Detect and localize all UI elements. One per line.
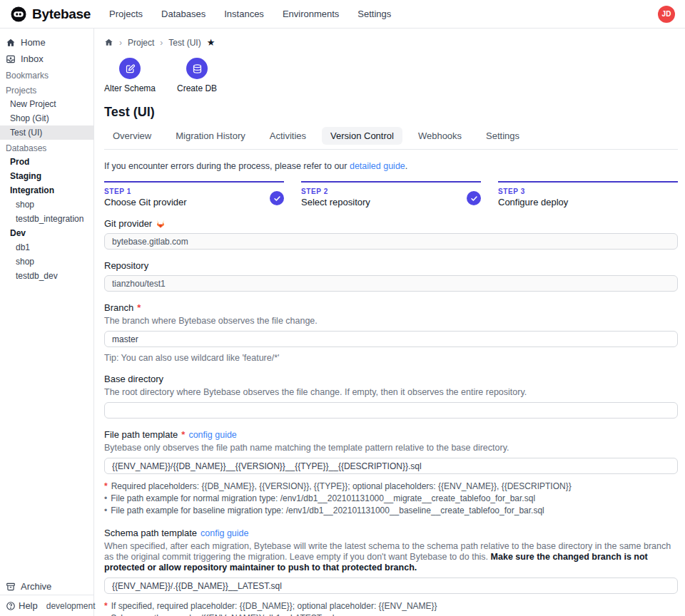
schema-path-template-desc: When specified, after each migration, By… (104, 541, 678, 573)
step-title: Select repository (301, 197, 481, 207)
sidebar-item-db1[interactable]: db1 (0, 240, 93, 255)
detailed-guide-link[interactable]: detailed guide (350, 161, 405, 171)
step-title: Configure deploy (498, 197, 678, 207)
intro-text: If you encounter errors during the proce… (104, 161, 347, 171)
file-path-template-input[interactable] (104, 458, 678, 474)
alter-schema-label: Alter Schema (104, 83, 156, 93)
branch-input[interactable] (104, 331, 678, 347)
sidebar-item-home[interactable]: Home (0, 34, 93, 51)
breadcrumb-current: Test (UI) (168, 38, 201, 48)
note-line: •File path example for normal migration … (104, 493, 678, 505)
top-navbar: Bytebase ProjectsDatabasesInstancesEnvir… (0, 0, 685, 29)
main-content: › Project › Test (UI) ★ Alter Schema Cre… (94, 29, 685, 616)
tab-overview[interactable]: Overview (104, 127, 160, 145)
sidebar-list: HomeInboxBookmarksProjectsNew ProjectSho… (0, 34, 93, 578)
help-icon[interactable] (6, 601, 16, 611)
sidebar-item-staging[interactable]: Staging (0, 169, 93, 183)
intro-suffix: . (405, 161, 407, 171)
base-directory-field: Base directory The root directory where … (104, 374, 678, 419)
step-title: Choose Git provider (104, 197, 284, 207)
create-db-label: Create DB (177, 83, 217, 93)
tab-activities[interactable]: Activities (261, 127, 315, 145)
user-avatar[interactable]: JD (658, 6, 675, 23)
breadcrumb-project[interactable]: Project (128, 38, 154, 48)
favorite-star-icon[interactable]: ★ (207, 37, 215, 48)
quick-actions: Alter Schema Create DB (104, 58, 678, 93)
branch-tip: Tip: You can also use wildcard like 'fea… (104, 353, 678, 363)
sidebar-item-test-ui[interactable]: Test (UI) (0, 125, 93, 140)
sidebar-item-label: Home (21, 37, 46, 48)
file-path-config-guide-link[interactable]: config guide (188, 430, 236, 440)
step-indicator: STEP 1Choose Git providerSTEP 2Select re… (104, 181, 678, 207)
note-text: File path example for baseline migration… (111, 505, 544, 517)
step-done-check-icon (270, 191, 284, 205)
step-number-label: STEP 2 (301, 188, 481, 195)
tab-settings[interactable]: Settings (477, 127, 528, 145)
note-text: Required placeholders: {{DB_NAME}}, {{VE… (111, 481, 572, 493)
note-line: •Schema path example: /{{ENV_NAME}}/.db1… (104, 612, 678, 616)
sidebar-item-prod[interactable]: Prod (0, 155, 93, 169)
nav-link-databases[interactable]: Databases (161, 9, 206, 19)
git-provider-field: Git provider (104, 218, 678, 250)
sidebar-item-new-project[interactable]: New Project (0, 97, 93, 111)
step-2: STEP 2Select repository (301, 181, 481, 207)
sidebar-item-shop[interactable]: shop (0, 197, 93, 212)
alter-schema-button[interactable]: Alter Schema (104, 58, 156, 93)
note-line: •File path example for baseline migratio… (104, 505, 678, 517)
note-text: If specified, required placeholder: {{DB… (111, 600, 437, 612)
bullet: • (104, 612, 107, 616)
tab-bar: OverviewMigration HistoryActivitiesVersi… (104, 127, 678, 150)
note-line: *If specified, required placeholder: {{D… (104, 600, 678, 612)
tab-webhooks[interactable]: Webhooks (410, 127, 470, 145)
nav-link-environments[interactable]: Environments (283, 9, 339, 19)
sidebar-item-inbox[interactable]: Inbox (0, 51, 93, 67)
git-provider-input[interactable] (104, 233, 678, 250)
required-asterisk: * (104, 481, 108, 493)
sidebar-item-testdb-dev[interactable]: testdb_dev (0, 269, 93, 283)
tab-version-control[interactable]: Version Control (322, 127, 402, 145)
sidebar-item-integration[interactable]: Integration (0, 183, 93, 197)
required-asterisk: * (137, 302, 141, 313)
sidebar-item-archive[interactable]: Archive (0, 578, 93, 595)
nav-link-instances[interactable]: Instances (224, 9, 264, 19)
schema-path-template-field: Schema path template config guide When s… (104, 528, 678, 616)
file-path-notes: *Required placeholders: {{DB_NAME}}, {{V… (104, 481, 678, 517)
required-asterisk: * (181, 429, 185, 440)
sidebar-item-shop[interactable]: shop (0, 255, 93, 269)
base-directory-input[interactable] (104, 402, 678, 419)
nav-link-settings[interactable]: Settings (357, 9, 391, 19)
sidebar-item-shop-git[interactable]: Shop (Git) (0, 111, 93, 125)
brand-name: Bytebase (32, 6, 91, 22)
schema-path-config-guide-link[interactable]: config guide (201, 528, 248, 538)
bytebase-logo-icon (10, 6, 27, 23)
required-asterisk: * (104, 600, 108, 612)
database-icon (186, 58, 208, 79)
create-db-button[interactable]: Create DB (177, 58, 217, 93)
repository-input[interactable] (104, 275, 678, 292)
edit-schema-icon (119, 58, 141, 79)
step-number-label: STEP 1 (104, 188, 284, 195)
brand[interactable]: Bytebase (10, 6, 91, 23)
base-directory-label: Base directory (104, 374, 163, 384)
inbox-icon (6, 54, 16, 64)
gitlab-icon (156, 219, 166, 229)
repository-field: Repository (104, 260, 678, 292)
sidebar-item-label: Inbox (21, 53, 44, 64)
schema-path-template-input[interactable] (104, 578, 678, 594)
archive-label: Archive (21, 581, 51, 592)
home-icon (6, 38, 16, 48)
note-line: *Required placeholders: {{DB_NAME}}, {{V… (104, 481, 678, 493)
tab-migration-history[interactable]: Migration History (167, 127, 254, 145)
nav-link-projects[interactable]: Projects (109, 9, 143, 19)
file-path-template-desc: Bytebase only observes the file path nam… (104, 443, 678, 453)
main-nav: ProjectsDatabasesInstancesEnvironmentsSe… (109, 9, 391, 19)
sidebar: HomeInboxBookmarksProjectsNew ProjectSho… (0, 29, 94, 616)
sidebar-item-dev[interactable]: Dev (0, 226, 93, 240)
breadcrumb-home-icon[interactable] (104, 38, 113, 47)
sidebar-item-testdb-integration[interactable]: testdb_integration (0, 212, 93, 226)
help-button[interactable]: Help (19, 600, 38, 611)
schema-path-template-label: Schema path template (104, 528, 197, 538)
file-path-template-label: File path template (104, 429, 178, 440)
file-path-template-field: File path template * config guide Byteba… (104, 429, 678, 517)
branch-label: Branch (104, 302, 133, 313)
